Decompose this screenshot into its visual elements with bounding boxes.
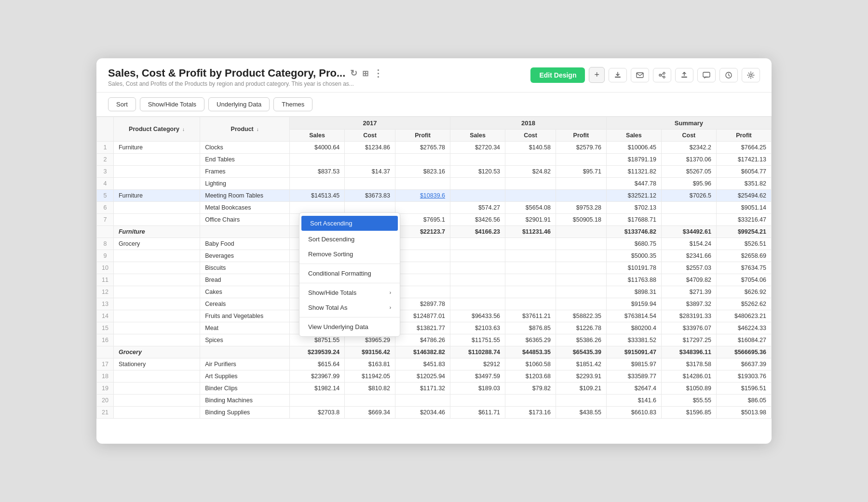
underlying-data-button[interactable]: Underlying Data [208,97,270,111]
th-summary: Summary [606,117,771,130]
cell-profit-2017 [395,154,450,166]
grid-icon[interactable]: ⊞ [362,69,368,78]
table-row: 4Lighting$447.78$95.96$351.82 [97,178,772,190]
cell-cost-sum: $34492.61 [661,226,716,238]
cell-cost-2018: $11231.46 [505,226,556,238]
refresh-icon[interactable]: ↻ [350,68,357,79]
cell-cost-2018: $24.82 [505,166,556,178]
clock-button[interactable] [719,68,738,82]
sort-arrow-product[interactable]: ↓ [257,127,259,132]
table-row: 13Cereals$4710.99$1813.21$2897.78$9159.9… [97,298,772,310]
svg-rect-8 [703,72,710,77]
row-number: 20 [97,395,114,407]
cell-sales-2018: $3426.56 [450,214,505,226]
cell-profit-2018: $58822.35 [556,310,606,322]
table-row: 12Cakes$898.31$271.39$626.92 [97,286,772,298]
menu-remove-sorting[interactable]: Remove Sorting [299,247,400,262]
upload-button[interactable] [675,68,693,82]
cell-sales-2018: $2103.63 [450,322,505,334]
cell-cost-2018 [505,154,556,166]
cell-cost-sum: $55.55 [661,395,716,407]
themes-button[interactable]: Themes [273,97,312,111]
edit-design-button[interactable]: Edit Design [530,67,585,83]
cell-product: Beverages [200,250,290,262]
menu-view-underlying-data[interactable]: View Underlying Data [299,319,400,334]
settings-button[interactable] [742,68,760,82]
cell-cost-2018 [505,190,556,202]
cell-sales-2017: $1982.14 [290,383,345,395]
cell-category: Stationery [113,358,200,370]
more-icon[interactable]: ⋮ [373,67,383,79]
cell-profit-sum: $626.92 [716,286,771,298]
cell-category: Grocery [113,238,200,250]
sort-button[interactable]: Sort [108,97,136,111]
cell-product: Meat [200,322,290,334]
cell-sales-sum: $6610.83 [606,407,661,419]
menu-sort-descending[interactable]: Sort Descending [299,232,400,247]
show-hide-totals-button[interactable]: Show/Hide Totals [140,97,204,111]
cell-profit-2018: $109.21 [556,383,606,395]
cell-profit-2017: $10839.6 [395,190,450,202]
cell-cost-sum: $1596.85 [661,407,716,419]
report-title-row: Sales, Cost & Profit by Product Category… [108,67,383,79]
row-number: 18 [97,370,114,383]
menu-show-total-as[interactable]: Show Total As › [299,300,400,315]
cell-profit-2017: $2034.46 [395,407,450,419]
row-number: 11 [97,274,114,286]
cell-profit-2017: $1171.32 [395,383,450,395]
th-rownum [97,117,114,142]
cell-sales-2018 [450,395,505,407]
cell-profit-2018 [556,190,606,202]
cell-cost-sum [661,214,716,226]
cell-cost-sum: $1050.89 [661,383,716,395]
cell-profit-sum: $1596.51 [716,383,771,395]
cell-profit-2018 [556,250,606,262]
comment-button[interactable] [697,68,716,82]
cell-profit-sum: $9051.14 [716,202,771,214]
cell-sales-2018: $120.53 [450,166,505,178]
cell-sales-2018 [450,178,505,190]
cell-profit-2018 [556,274,606,286]
cell-product: Frames [200,166,290,178]
table-row: 17StationeryAir Purifiers$615.64$163.81$… [97,358,772,370]
report-subtitle: Sales, Cost and Profits of the Products … [108,80,383,87]
cell-profit-2017: $22123.7 [395,226,450,238]
cell-profit-2017: $451.83 [395,358,450,370]
export-button[interactable] [609,68,627,82]
menu-conditional-formatting[interactable]: Conditional Formatting [299,266,400,281]
cell-profit-sum: $5013.98 [716,407,771,419]
cell-profit-2017 [395,274,450,286]
cell-category [113,310,200,322]
email-button[interactable] [631,68,649,82]
svg-rect-1 [637,73,643,78]
sort-arrow-category[interactable]: ↓ [182,127,185,132]
cell-profit-sum: $7634.75 [716,262,771,274]
table-row: 21Binding Supplies$2703.8$669.34$2034.46… [97,407,772,419]
cell-cost-2018: $140.58 [505,142,556,154]
cell-sales-sum: $9815.97 [606,358,661,370]
cell-profit-2018 [556,238,606,250]
row-number: 13 [97,298,114,310]
cell-profit-2017: $2897.78 [395,298,450,310]
cell-cost-sum: $2557.03 [661,262,716,274]
cell-profit-sum: $6637.39 [716,358,771,370]
cell-sales-sum: $898.31 [606,286,661,298]
cell-cost-2017 [345,395,395,407]
add-button[interactable]: + [589,67,605,83]
cell-product: Air Purifiers [200,358,290,370]
cell-profit-sum: $7664.25 [716,142,771,154]
cell-sales-sum: $17688.71 [606,214,661,226]
cell-sales-2018 [450,262,505,274]
row-number: 10 [97,262,114,274]
menu-sort-ascending[interactable]: Sort Ascending [301,216,398,231]
cell-cost-sum: $271.39 [661,286,716,298]
share-button[interactable] [653,68,671,82]
cell-product: Binding Supplies [200,407,290,419]
cell-cost-2017: $1234.86 [345,142,395,154]
cell-category [113,178,200,190]
cell-profit-sum: $6054.77 [716,166,771,178]
cell-sales-2018: $189.03 [450,383,505,395]
cell-profit-sum: $86.05 [716,395,771,407]
menu-show-hide-totals[interactable]: Show/Hide Totals › [299,285,400,300]
cell-sales-2018: $574.27 [450,202,505,214]
